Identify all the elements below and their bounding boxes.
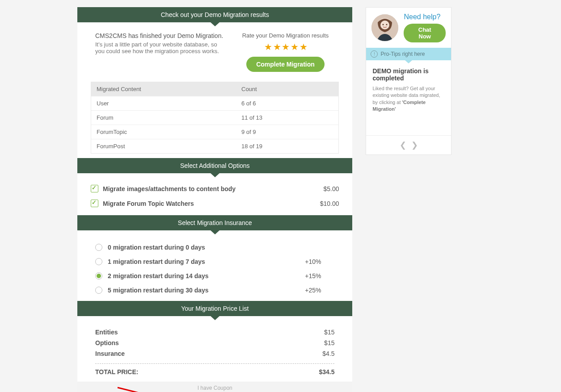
insurance-header: Select Migration Insurance	[77, 215, 352, 230]
radio-icon[interactable]	[95, 244, 102, 251]
insurance-percent: +15%	[305, 272, 321, 279]
coupon-link[interactable]: I have Coupon	[77, 382, 352, 392]
star-icon[interactable]: ★	[264, 42, 271, 52]
options-header: Select Additional Options	[77, 158, 352, 173]
prev-tip-button[interactable]: ❮	[400, 141, 406, 150]
insurance-percent: +10%	[305, 258, 321, 265]
price-value-insurance: $4.5	[322, 350, 334, 357]
table-cell-name: User	[91, 96, 236, 110]
table-row: ForumPost 18 of 19	[91, 139, 338, 153]
radio-selected-icon[interactable]	[95, 272, 102, 279]
price-label-entities: Entities	[95, 329, 118, 336]
insurance-option: 1 migration restart during 7 days +10%	[95, 254, 334, 269]
demo-subtext: It's just a little part of your website …	[95, 41, 227, 54]
svg-point-5	[386, 24, 388, 25]
main-column: Check out your Demo Migration results CM…	[77, 7, 352, 392]
avatar	[371, 14, 398, 41]
option-row: Migrate Forum Topic Watchers $10.00	[91, 196, 339, 211]
demo-lead: CMS2CMS has finished your Demo Migration…	[95, 32, 227, 39]
table-cell-count: 9 of 9	[236, 125, 338, 139]
star-icon[interactable]: ★	[299, 42, 307, 52]
tip-text: Liked the result? Get all your existing …	[372, 85, 445, 113]
results-header: Check out your Demo Migration results	[77, 7, 352, 22]
migrated-content-table: Migrated Content Count User 6 of 6 Forum…	[91, 82, 339, 154]
option-label: Migrate images/attachments to content bo…	[103, 185, 236, 192]
insurance-percent: +25%	[305, 287, 321, 294]
table-cell-name: ForumPost	[91, 139, 236, 153]
price-value-total: $34.5	[319, 368, 334, 375]
table-row: User 6 of 6	[91, 96, 338, 110]
checkbox-checked-icon[interactable]	[91, 185, 98, 192]
option-label: Migrate Forum Topic Watchers	[103, 200, 194, 207]
insurance-label: 1 migration restart during 7 days	[108, 258, 205, 265]
table-header-content: Migrated Content	[91, 82, 236, 96]
price-value-options: $15	[324, 339, 334, 346]
pro-tips-label: Pro-Tips right here	[380, 51, 425, 57]
insurance-label: 0 migration restart during 0 days	[108, 244, 205, 251]
table-cell-name: Forum	[91, 111, 236, 125]
rate-label: Rate your Demo Migration results	[236, 32, 334, 39]
radio-icon[interactable]	[95, 258, 102, 265]
star-icon[interactable]: ★	[273, 42, 280, 52]
insurance-option: 5 migration restart during 30 days +25%	[95, 283, 334, 297]
checkbox-checked-icon[interactable]	[91, 200, 98, 207]
svg-point-3	[380, 21, 389, 29]
option-price: $10.00	[320, 200, 339, 207]
demo-summary: CMS2CMS has finished your Demo Migration…	[77, 22, 352, 77]
info-icon: !	[371, 50, 378, 58]
table-row: Forum 11 of 13	[91, 110, 338, 125]
insurance-option: 2 migration restart during 14 days +15%	[95, 269, 334, 283]
pro-tips-bar: ! Pro-Tips right here	[366, 48, 451, 60]
help-sidebar: Need help? Chat Now ! Pro-Tips right her…	[366, 7, 451, 155]
price-label-insurance: Insurance	[95, 350, 125, 357]
option-row: Migrate images/attachments to content bo…	[91, 181, 339, 196]
chat-now-button[interactable]: Chat Now	[404, 24, 446, 42]
tip-title: DEMO migration is completed	[372, 67, 445, 82]
pricelist-header: Your Migration Price List	[77, 301, 352, 316]
table-cell-count: 11 of 13	[236, 111, 338, 125]
rating-stars[interactable]: ★ ★ ★ ★ ★	[236, 42, 334, 52]
table-row: ForumTopic 9 of 9	[91, 125, 338, 139]
table-cell-count: 6 of 6	[236, 96, 338, 110]
divider	[95, 363, 334, 364]
insurance-option: 0 migration restart during 0 days	[95, 240, 334, 254]
price-value-entities: $15	[324, 329, 334, 336]
star-icon[interactable]: ★	[291, 42, 298, 52]
option-price: $5.00	[323, 185, 339, 192]
radio-icon[interactable]	[95, 287, 102, 294]
star-icon[interactable]: ★	[282, 42, 289, 52]
next-tip-button[interactable]: ❯	[411, 141, 418, 150]
table-header-count: Count	[236, 82, 338, 96]
complete-migration-top-button[interactable]: Complete Migration	[246, 57, 325, 72]
price-label-total: TOTAL PRICE:	[95, 368, 138, 375]
insurance-label: 2 migration restart during 14 days	[108, 272, 209, 279]
price-label-options: Options	[95, 339, 119, 346]
table-cell-name: ForumTopic	[91, 125, 236, 139]
table-cell-count: 18 of 19	[236, 139, 338, 153]
insurance-label: 5 migration restart during 30 days	[108, 287, 209, 294]
svg-point-4	[383, 24, 384, 25]
need-help-label: Need help?	[404, 13, 446, 21]
